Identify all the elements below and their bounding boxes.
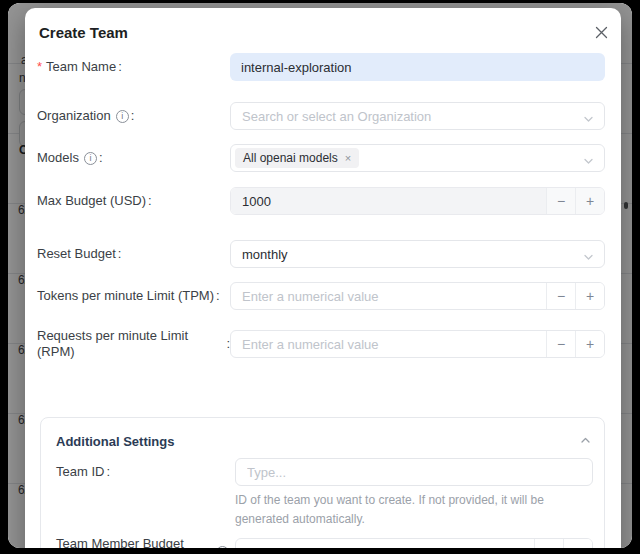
max-budget-label: Max Budget (USD) :	[37, 193, 230, 209]
additional-settings-header[interactable]: Additional Settings	[56, 432, 591, 450]
additional-settings-panel: Additional Settings Team ID : ID of the …	[40, 417, 605, 548]
max-budget-stepper: − +	[230, 187, 605, 215]
max-budget-input[interactable]	[231, 188, 546, 214]
minus-button[interactable]: −	[534, 539, 563, 548]
team-member-budget-stepper: − +	[235, 538, 593, 548]
close-icon[interactable]	[589, 20, 613, 44]
model-tag-label: All openai models	[243, 151, 338, 165]
info-icon[interactable]: i	[84, 152, 97, 165]
rpm-label: Requests per minute Limit (RPM) :	[37, 328, 230, 360]
model-tag: All openai models ×	[235, 148, 359, 168]
app-window: am nar Cre 6/2 6/2 6/2 6/1 6/1 Create Te…	[8, 3, 632, 548]
form-row-reset-budget: Reset Budget : monthly	[37, 240, 605, 268]
rpm-stepper: − +	[230, 330, 605, 358]
question-icon[interactable]: ?	[216, 546, 229, 548]
form-row-max-budget: Max Budget (USD) : − +	[37, 187, 605, 215]
tag-remove-icon[interactable]: ×	[345, 153, 351, 164]
chevron-down-icon	[583, 111, 594, 129]
form-row-team-name: * Team Name :	[37, 53, 605, 81]
team-name-input[interactable]	[230, 53, 605, 81]
reset-budget-select[interactable]: monthly	[230, 240, 605, 268]
models-select[interactable]: All openai models ×	[230, 144, 605, 172]
tpm-label: Tokens per minute Limit (TPM) :	[37, 288, 230, 304]
chevron-down-icon	[583, 153, 594, 171]
form-row-team-id: Team ID : ID of the team you want to cre…	[56, 458, 591, 528]
reset-budget-label: Reset Budget :	[37, 246, 230, 262]
required-asterisk: *	[37, 59, 42, 75]
plus-button[interactable]: +	[575, 188, 604, 214]
form-row-rpm: Requests per minute Limit (RPM) : − +	[37, 328, 605, 360]
team-member-budget-input[interactable]	[236, 539, 534, 548]
additional-settings-title: Additional Settings	[56, 434, 174, 449]
team-id-help-text: ID of the team you want to create. If no…	[235, 491, 600, 528]
form-row-models: Models i : All openai models ×	[37, 144, 605, 172]
plus-button[interactable]: +	[563, 539, 592, 548]
tpm-stepper: − +	[230, 282, 605, 310]
models-label: Models i :	[37, 150, 230, 166]
plus-button[interactable]: +	[575, 283, 604, 309]
tpm-input[interactable]	[231, 283, 546, 309]
create-team-modal: Create Team * Team Name : Organization i	[25, 8, 621, 548]
reset-budget-value: monthly	[242, 247, 288, 262]
form-row-tpm: Tokens per minute Limit (TPM) : − +	[37, 282, 605, 310]
team-name-label: * Team Name :	[37, 59, 230, 75]
team-id-label: Team ID :	[56, 464, 235, 480]
modal-header: Create Team	[37, 24, 605, 44]
form-row-team-member-budget: Team Member Budget (USD) ? : − +	[56, 536, 591, 548]
info-icon[interactable]: i	[116, 110, 129, 123]
minus-button[interactable]: −	[546, 283, 575, 309]
organization-label: Organization i :	[37, 108, 230, 124]
plus-button[interactable]: +	[575, 331, 604, 357]
team-member-budget-label: Team Member Budget (USD) ? :	[56, 536, 235, 548]
organization-select[interactable]: Search or select an Organization	[230, 102, 605, 130]
chevron-up-icon	[580, 432, 591, 450]
rpm-input[interactable]	[231, 331, 546, 357]
minus-button[interactable]: −	[546, 188, 575, 214]
organization-placeholder: Search or select an Organization	[242, 109, 431, 124]
modal-title: Create Team	[39, 24, 128, 42]
minus-button[interactable]: −	[546, 331, 575, 357]
team-id-input[interactable]	[235, 458, 593, 486]
chevron-down-icon	[583, 249, 594, 267]
form-row-organization: Organization i : Search or select an Org…	[37, 102, 605, 130]
close-x-glyph	[595, 26, 608, 39]
